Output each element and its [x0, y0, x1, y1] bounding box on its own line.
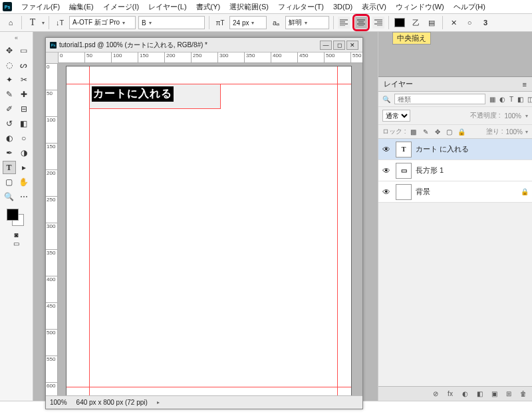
canvas[interactable]: カートに入れる: [66, 66, 352, 395]
path-select-tool[interactable]: ▸: [17, 161, 31, 174]
lasso-tool[interactable]: ᔕ: [17, 58, 31, 72]
rectangle-tool[interactable]: ▢: [3, 175, 16, 189]
filter-smart-icon[interactable]: ◫: [527, 94, 532, 104]
hand-tool[interactable]: ✋: [17, 175, 31, 189]
warp-text-icon[interactable]: 乙: [409, 16, 422, 29]
canvas-viewport[interactable]: カートに入れる: [58, 63, 362, 395]
layer-mask-icon[interactable]: ◐: [460, 389, 469, 399]
guide-vertical[interactable]: [89, 66, 90, 395]
pen-tool[interactable]: ✒: [3, 146, 16, 159]
quick-mask-icon[interactable]: ◙: [14, 231, 18, 239]
history-brush-tool[interactable]: ↺: [3, 117, 16, 130]
visibility-icon[interactable]: 👁: [381, 145, 392, 154]
layers-panel-tab[interactable]: レイヤー ≡: [378, 77, 532, 92]
lock-all-icon[interactable]: 🔒: [457, 127, 466, 136]
character-panel-icon[interactable]: ▤: [425, 16, 438, 29]
link-layers-icon[interactable]: ⊘: [431, 389, 440, 399]
new-layer-icon[interactable]: ⊞: [504, 389, 513, 399]
magic-wand-tool[interactable]: ✦: [3, 73, 16, 86]
home-icon[interactable]: ⌂: [4, 16, 17, 29]
fill-value[interactable]: 100%: [505, 128, 523, 136]
opacity-value[interactable]: 100%: [504, 112, 521, 120]
zoom-tool[interactable]: 🔍: [3, 190, 16, 203]
edit-toolbar-icon[interactable]: ⋯: [17, 190, 31, 203]
lock-pixels-icon[interactable]: ▩: [409, 127, 418, 136]
healing-tool[interactable]: ✚: [17, 88, 31, 101]
ruler-vertical[interactable]: 0501001502002503003504004505005506006507…: [46, 63, 58, 395]
layer-item[interactable]: 👁 T カート に入れる: [378, 139, 532, 160]
eraser-tool[interactable]: ◧: [17, 117, 31, 130]
adjustment-layer-icon[interactable]: ◧: [475, 389, 484, 399]
commit-icon[interactable]: ○: [463, 16, 476, 29]
antialias-combo[interactable]: 鮮明▾: [285, 16, 329, 29]
marquee-tool[interactable]: ◌: [3, 58, 16, 72]
menu-help[interactable]: ヘルプ(H): [450, 1, 489, 13]
eyedropper-tool[interactable]: ✎: [3, 88, 16, 101]
3d-icon[interactable]: 3: [479, 16, 492, 29]
font-size-combo[interactable]: 24 px▾: [229, 16, 267, 29]
status-caret-icon[interactable]: ▸: [157, 399, 160, 405]
visibility-icon[interactable]: 👁: [381, 166, 392, 175]
filter-image-icon[interactable]: ▦: [489, 94, 495, 104]
maximize-button[interactable]: ◻: [333, 41, 345, 50]
font-family-combo[interactable]: A-OTF 新ゴ Pro▾: [69, 16, 136, 29]
close-button[interactable]: ✕: [346, 41, 358, 50]
delete-layer-icon[interactable]: 🗑: [519, 389, 528, 399]
crop-tool[interactable]: ✂: [17, 73, 31, 86]
menu-image[interactable]: イメージ(I): [99, 1, 143, 13]
filter-type-icon[interactable]: T: [509, 94, 513, 104]
tool-preset-icon[interactable]: T: [26, 16, 39, 29]
menu-3d[interactable]: 3D(D): [329, 1, 356, 12]
font-style-combo[interactable]: B▾: [138, 16, 205, 29]
layer-item[interactable]: 👁 背景 🔒: [378, 181, 532, 203]
stamp-tool[interactable]: ⊟: [17, 102, 31, 116]
gradient-tool[interactable]: ◐: [3, 132, 16, 145]
layer-name[interactable]: 長方形 1: [416, 165, 444, 175]
menu-type[interactable]: 書式(Y): [192, 1, 225, 13]
lock-position-icon[interactable]: ✥: [433, 127, 442, 136]
text-layer-content[interactable]: カートに入れる: [92, 86, 174, 102]
blur-tool[interactable]: ○: [17, 132, 31, 145]
align-right-button[interactable]: [372, 17, 384, 29]
align-left-button[interactable]: [338, 17, 350, 29]
dodge-tool[interactable]: ◑: [17, 146, 31, 159]
panel-menu-icon[interactable]: ≡: [523, 80, 527, 88]
foreground-swatch[interactable]: [7, 209, 19, 221]
cancel-icon[interactable]: ✕: [447, 16, 460, 29]
move-tool[interactable]: ✥: [3, 44, 16, 57]
text-color-swatch[interactable]: [393, 16, 406, 29]
layers-filter-input[interactable]: [394, 94, 485, 104]
layer-item[interactable]: 👁 ▭ 長方形 1: [378, 160, 532, 181]
filter-shape-icon[interactable]: ◧: [517, 94, 523, 104]
ruler-horizontal[interactable]: 050100150200250300350400450500550600650: [58, 52, 362, 63]
layer-name[interactable]: カート に入れる: [416, 144, 469, 154]
menu-file[interactable]: ファイル(F): [17, 1, 64, 13]
guide-horizontal[interactable]: [66, 387, 351, 387]
layer-name[interactable]: 背景: [416, 187, 430, 197]
layer-fx-icon[interactable]: fx: [446, 389, 455, 399]
artboard-tool[interactable]: ▭: [17, 44, 31, 57]
filter-adjust-icon[interactable]: ◐: [499, 94, 505, 104]
text-orientation-icon[interactable]: ↓T: [53, 16, 66, 29]
lock-artboard-icon[interactable]: ▢: [445, 127, 454, 136]
brush-tool[interactable]: ✐: [3, 102, 16, 116]
menu-select[interactable]: 選択範囲(S): [225, 1, 273, 13]
menu-edit[interactable]: 編集(E): [65, 1, 98, 13]
group-icon[interactable]: ▣: [489, 389, 499, 399]
blend-mode-select[interactable]: 通常: [382, 110, 410, 122]
toolbox-collapse-icon[interactable]: «: [15, 35, 18, 41]
guide-vertical[interactable]: [337, 66, 338, 395]
menu-filter[interactable]: フィルター(T): [274, 1, 328, 13]
type-tool[interactable]: T: [3, 161, 16, 174]
align-center-button[interactable]: [355, 17, 367, 29]
visibility-icon[interactable]: 👁: [381, 187, 392, 197]
lock-brush-icon[interactable]: ✎: [421, 127, 430, 136]
screen-mode-icon[interactable]: ▭: [13, 240, 19, 247]
document-titlebar[interactable]: Ps tutorial1.psd @ 100% (カートに入れる, RGB/8#…: [46, 38, 362, 52]
zoom-level[interactable]: 100%: [50, 399, 67, 406]
menu-layer[interactable]: レイヤー(L): [144, 1, 190, 13]
menu-window[interactable]: ウィンドウ(W): [392, 1, 448, 13]
minimize-button[interactable]: —: [320, 41, 332, 50]
menu-view[interactable]: 表示(V): [358, 1, 390, 13]
color-swatches[interactable]: [7, 209, 27, 229]
